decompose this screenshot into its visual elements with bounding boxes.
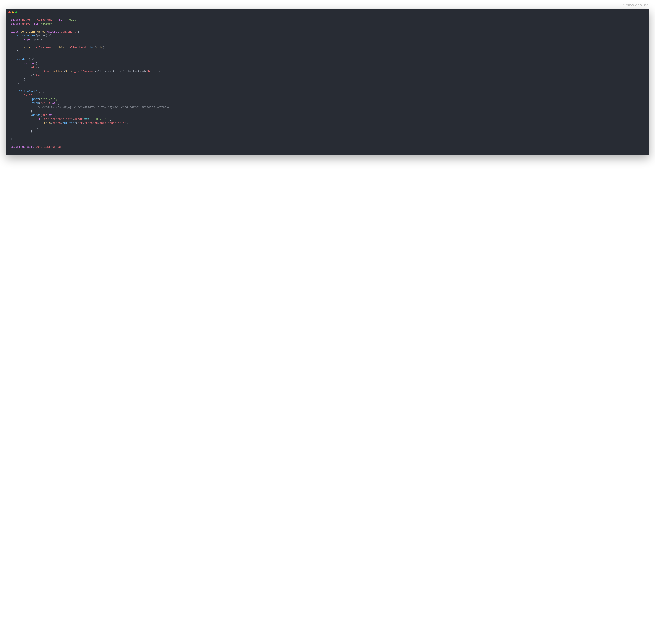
code-token: GenericErrorReq xyxy=(20,30,46,33)
code-token: { xyxy=(64,70,66,73)
code-token: button xyxy=(39,70,49,73)
code-token: } xyxy=(17,133,19,137)
code-token: . xyxy=(106,121,108,125)
code-token: class xyxy=(10,30,19,33)
code-token: </ xyxy=(145,70,148,73)
code-token xyxy=(10,90,17,93)
code-token: response xyxy=(84,121,98,125)
minimize-icon[interactable] xyxy=(12,12,14,14)
code-token: data xyxy=(99,121,106,125)
code-token xyxy=(10,94,24,97)
code-token: import xyxy=(10,18,20,21)
code-token: ( xyxy=(41,114,42,117)
code-token: . xyxy=(86,46,88,49)
code-token: _callBackend xyxy=(17,90,37,93)
code-token: . xyxy=(61,121,63,125)
code-token: default xyxy=(22,145,34,148)
code-token: extends xyxy=(47,30,59,33)
code-token xyxy=(10,102,30,105)
code-token xyxy=(10,114,30,117)
code-token xyxy=(10,98,30,101)
code-token: ( xyxy=(41,117,44,121)
code-token: . xyxy=(73,117,74,121)
code-token: axios xyxy=(24,94,32,97)
code-token: () { xyxy=(37,90,44,93)
code-token xyxy=(10,133,17,137)
code-token: _callBackend xyxy=(66,46,86,49)
code-token: } xyxy=(37,125,39,129)
code-token: > xyxy=(39,74,41,77)
code-token xyxy=(10,78,24,81)
code-token: constructor xyxy=(17,34,36,37)
code-token: = xyxy=(63,70,64,73)
code-token: result xyxy=(41,102,51,105)
code-token: React xyxy=(22,18,31,21)
code-token: > xyxy=(158,70,160,73)
code-token: setError xyxy=(63,121,76,125)
code-token xyxy=(10,117,37,121)
code-token: } xyxy=(17,82,19,85)
code-token: . xyxy=(64,117,66,121)
code-token: > xyxy=(37,66,39,69)
code-token xyxy=(49,70,51,73)
code-token: ( xyxy=(39,98,41,101)
code-token: => xyxy=(47,114,54,117)
code-token: Component xyxy=(61,30,76,33)
code-token: . xyxy=(49,117,51,121)
code-token: catch xyxy=(32,114,41,117)
code-token: this xyxy=(24,46,30,49)
code-token: return xyxy=(24,62,34,65)
code-token: => xyxy=(51,102,58,105)
code-token xyxy=(10,130,30,133)
code-token xyxy=(10,50,17,53)
code-token: 'GENERIC' xyxy=(91,117,106,121)
code-token xyxy=(10,121,44,125)
code-token: } xyxy=(52,18,58,21)
code-token: err xyxy=(77,121,83,125)
code-token: ( xyxy=(94,46,96,49)
code-token: Click me to call the backend xyxy=(98,70,145,73)
code-token: div xyxy=(32,66,38,69)
code-token: ) xyxy=(126,121,128,125)
code-token: ) { xyxy=(106,117,111,121)
code-token: { xyxy=(54,114,56,117)
code-token: super xyxy=(24,38,32,41)
code-token: _callBackend xyxy=(74,70,94,73)
code-token: < xyxy=(37,70,39,73)
code-token: ( xyxy=(34,62,37,65)
close-icon[interactable] xyxy=(8,12,10,14)
code-token: ) xyxy=(24,78,26,81)
code-token xyxy=(10,58,17,61)
maximize-icon[interactable] xyxy=(15,12,17,14)
code-token: description xyxy=(108,121,126,125)
code-token: === xyxy=(83,117,91,121)
code-token xyxy=(10,110,30,113)
code-token: button xyxy=(148,70,158,73)
code-token xyxy=(10,106,37,109)
code-token: div xyxy=(34,74,39,77)
code-token: }) xyxy=(30,110,34,113)
code-token: this xyxy=(58,46,64,49)
code-token xyxy=(10,66,30,69)
code-token: }) xyxy=(30,130,34,133)
code-token: post xyxy=(32,98,39,101)
code-token: response xyxy=(51,117,64,121)
code-token: . xyxy=(30,46,32,49)
code-token xyxy=(10,38,24,41)
code-token xyxy=(10,62,24,65)
code-token: err xyxy=(42,114,47,117)
code-token: . xyxy=(64,46,66,49)
code-token: = xyxy=(52,46,58,49)
code-token: } xyxy=(17,50,19,53)
code-token: 'react' xyxy=(66,18,78,21)
code-token: data xyxy=(66,117,73,121)
code-token: (props) xyxy=(32,38,44,41)
code-token: . xyxy=(51,121,52,125)
code-token: this xyxy=(44,121,51,125)
code-token: < xyxy=(30,66,32,69)
code-token: then xyxy=(32,102,39,105)
code-token xyxy=(10,34,17,37)
code-token: '/api/city' xyxy=(41,98,59,101)
code-token: from xyxy=(32,22,39,25)
code-token: . xyxy=(30,114,32,117)
